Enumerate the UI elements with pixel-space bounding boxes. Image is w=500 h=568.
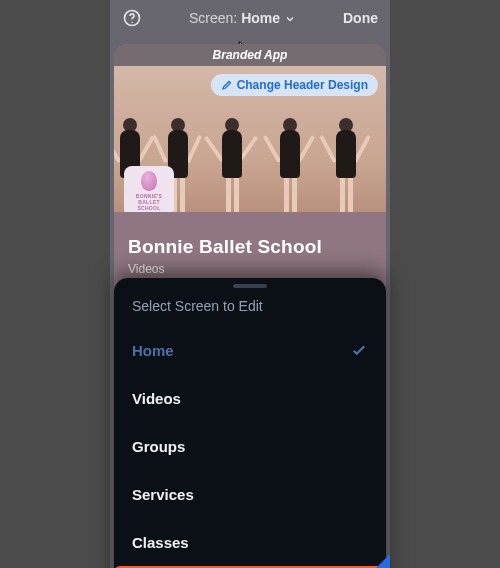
screen-select-sheet: Select Screen to Edit Home Videos Groups… — [114, 278, 386, 568]
sheet-item-services[interactable]: Services — [114, 470, 386, 518]
sheet-list: Home Videos Groups Services Classes Gene… — [114, 320, 386, 568]
banner-title: Branded App — [114, 44, 386, 66]
change-header-label: Change Header Design — [237, 78, 368, 92]
sheet-item-label: Videos — [132, 390, 181, 407]
screen-prefix: Screen: — [189, 10, 237, 26]
svg-point-1 — [131, 21, 133, 22]
sheet-title: Select Screen to Edit — [114, 288, 386, 320]
chevron-down-icon — [284, 12, 296, 24]
header-image: Change Header Design BONNIE'S BALLET SCH… — [114, 66, 386, 212]
sheet-item-label: Groups — [132, 438, 185, 455]
screen-value: Home — [241, 10, 280, 26]
resize-corner-icon[interactable] — [376, 554, 390, 568]
done-button[interactable]: Done — [343, 10, 378, 26]
sheet-item-label: Classes — [132, 534, 189, 551]
sheet-item-label: Services — [132, 486, 194, 503]
sheet-item-home[interactable]: Home — [114, 326, 386, 374]
card-title: Bonnie Ballet School — [128, 236, 372, 258]
sheet-item-videos[interactable]: Videos — [114, 374, 386, 422]
school-logo: BONNIE'S BALLET SCHOOL — [124, 166, 174, 212]
sheet-item-label: Home — [132, 342, 174, 359]
pencil-icon — [221, 79, 233, 91]
sheet-item-groups[interactable]: Groups — [114, 422, 386, 470]
check-icon — [350, 341, 368, 359]
app-canvas: Screen: Home Done Branded App — [0, 0, 500, 568]
help-icon[interactable] — [122, 8, 142, 28]
screen-selector[interactable]: Screen: Home — [189, 10, 296, 26]
top-bar: Screen: Home Done — [110, 0, 390, 36]
card-subtitle: Videos — [128, 262, 372, 276]
card-titles: Bonnie Ballet School Videos — [114, 212, 386, 284]
change-header-button[interactable]: Change Header Design — [211, 74, 378, 96]
sheet-item-classes[interactable]: Classes — [114, 518, 386, 566]
